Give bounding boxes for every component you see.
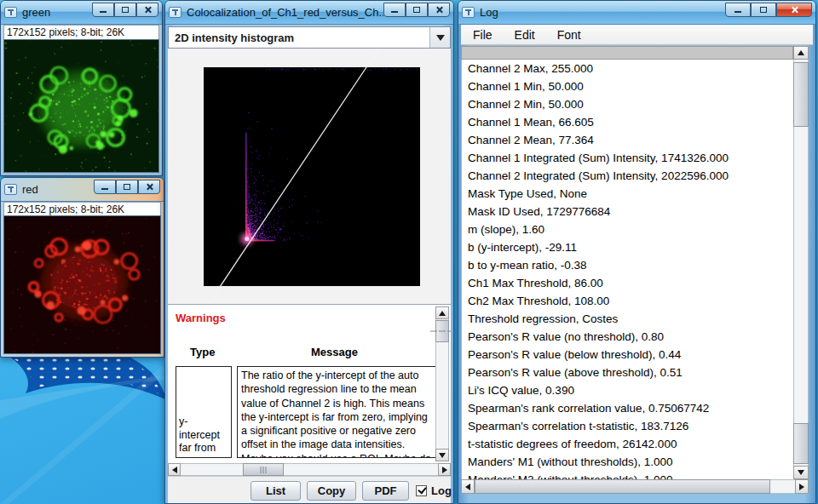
menu-file[interactable]: File <box>473 28 493 42</box>
red-image-canvas[interactable] <box>3 215 161 354</box>
warnings-panel: Warnings Type Message y-intercept far fr… <box>168 304 451 463</box>
log-line: b to y-mean ratio, -0.38 <box>468 259 793 277</box>
coloc-window-body: 2D intensity histogram <box>165 25 453 503</box>
minimize-icon <box>100 11 107 13</box>
log-line: Spearman's correlation t-statistic, 183.… <box>468 420 793 438</box>
log-line: Pearson's R value (below threshold), 0.4… <box>468 348 793 366</box>
log-line: Li's ICQ value, 0.390 <box>468 384 793 402</box>
log-line: Channel 2 Mean, 77.364 <box>468 134 793 152</box>
warnings-hscrollbar[interactable] <box>168 463 451 476</box>
warning-type-cell[interactable]: y-intercept far from <box>176 366 232 458</box>
minimize-button[interactable] <box>383 3 406 17</box>
scroll-right-button[interactable] <box>438 463 451 476</box>
log-line: m (slope), 1.60 <box>468 223 793 241</box>
coloc-button-bar: List Copy PDF Log <box>168 476 451 503</box>
window-title: green <box>22 6 92 19</box>
red-window-titlebar[interactable]: red <box>1 178 164 202</box>
log-line: Channel 2 Min, 50.000 <box>468 98 793 116</box>
scrollbar-thumb[interactable] <box>793 423 809 464</box>
log-line: Pearson's R value (no threshold), 0.80 <box>468 330 793 348</box>
imagej-icon <box>4 7 17 18</box>
log-line: Manders' M1 (without thresholds), 1.000 <box>468 455 793 473</box>
warnings-col-message: Message <box>311 346 358 358</box>
log-line: Channel 1 Mean, 66.605 <box>468 116 793 134</box>
log-line: t-statistic degrees of freedom, 26142.00… <box>468 438 793 455</box>
menu-edit[interactable]: Edit <box>515 28 535 42</box>
log-line: Pearson's R value (above threshold), 0.5… <box>468 366 793 384</box>
scroll-up-button[interactable] <box>793 46 809 60</box>
minimize-icon <box>734 11 741 13</box>
close-button[interactable] <box>776 3 812 17</box>
dropdown-arrow-button[interactable] <box>429 27 450 48</box>
maximize-button[interactable] <box>114 3 136 17</box>
log-vscrollbar[interactable] <box>793 46 809 479</box>
imagej-icon <box>169 7 181 18</box>
minimize-button[interactable] <box>94 180 116 194</box>
arrow-up-icon <box>439 311 446 316</box>
close-icon <box>146 183 153 191</box>
scroll-left-button[interactable] <box>461 479 475 494</box>
restore-icon <box>124 184 130 190</box>
scroll-down-button[interactable] <box>793 466 809 479</box>
log-line: Ch1 Max Threshold, 86.00 <box>468 277 793 295</box>
close-icon <box>435 6 443 14</box>
close-button[interactable] <box>136 3 158 17</box>
close-button[interactable] <box>428 3 450 17</box>
log-hscrollbar[interactable] <box>461 479 809 494</box>
green-image-canvas[interactable] <box>3 39 159 173</box>
log-top-gray-strip <box>461 46 793 60</box>
maximize-button[interactable] <box>406 3 428 17</box>
log-line: Threshold regression, Costes <box>468 312 793 330</box>
imagej-icon <box>4 184 17 195</box>
window-title: red <box>22 183 94 196</box>
minimize-button[interactable] <box>92 3 114 17</box>
close-icon <box>144 6 152 14</box>
arrow-left-icon <box>172 467 177 473</box>
log-line: Mask ID Used, 1729776684 <box>468 205 793 223</box>
warning-message-cell[interactable]: The ratio of the y-intercept of the auto… <box>237 366 440 458</box>
arrow-left-icon <box>465 484 470 490</box>
log-hscrollbar-thumb[interactable] <box>475 479 770 494</box>
log-line: Ch2 Max Threshold, 108.00 <box>468 295 793 312</box>
log-line: Channel 2 Max, 255.000 <box>468 62 793 80</box>
log-checkbox-label: Log <box>431 484 452 497</box>
log-line: Manders' M2 (without thresholds), 1.000 <box>468 473 793 479</box>
list-button[interactable]: List <box>251 481 301 501</box>
desktop: green 172x152 pixels; 8-bit; 26K red <box>0 0 818 504</box>
scroll-left-button[interactable] <box>168 463 181 476</box>
restore-button[interactable] <box>116 180 138 194</box>
scroll-down-button[interactable] <box>435 449 449 461</box>
minimize-button[interactable] <box>725 3 751 17</box>
restore-button[interactable] <box>751 3 776 17</box>
green-image-window: green 172x152 pixels; 8-bit; 26K <box>0 0 163 176</box>
minimize-icon <box>101 188 108 190</box>
restore-icon <box>760 7 767 13</box>
warnings-scrollbar-thumb[interactable] <box>435 320 449 342</box>
2d-histogram-panel[interactable] <box>168 49 451 304</box>
hscrollbar-thumb[interactable] <box>243 463 284 476</box>
close-icon <box>791 6 798 14</box>
arrow-up-icon <box>798 50 804 55</box>
log-line: Mask Type Used, None <box>468 187 793 205</box>
minimize-icon <box>391 11 398 13</box>
log-line: Spearman's rank correlation value, 0.750… <box>468 402 793 420</box>
arrow-right-icon <box>442 467 447 473</box>
log-text-area[interactable]: Channel 2 Max, 255.000 Channel 1 Min, 50… <box>461 60 793 479</box>
coloc-window-titlebar[interactable]: Colocalization_of_Ch1_red_versus_Ch... <box>165 1 453 25</box>
pdf-button[interactable]: PDF <box>362 481 409 501</box>
histogram-view-dropdown[interactable]: 2D intensity histogram <box>168 26 451 49</box>
log-vscrollbar-thumb[interactable] <box>793 62 809 127</box>
close-button[interactable] <box>138 180 160 194</box>
log-window-titlebar[interactable]: Log <box>458 1 815 25</box>
scroll-up-button[interactable] <box>435 306 449 319</box>
menu-font[interactable]: Font <box>557 28 581 42</box>
arrow-down-icon <box>798 470 804 475</box>
maximize-icon <box>413 7 420 13</box>
log-checkbox[interactable] <box>416 485 427 496</box>
scroll-right-button[interactable] <box>795 479 809 494</box>
copy-button[interactable]: Copy <box>307 481 356 501</box>
maximize-icon <box>122 7 129 13</box>
log-line: Channel 1 Min, 50.000 <box>468 80 793 98</box>
image-info-text: 172x152 pixels; 8-bit; 26K <box>3 202 161 216</box>
green-window-titlebar[interactable]: green <box>1 1 162 25</box>
